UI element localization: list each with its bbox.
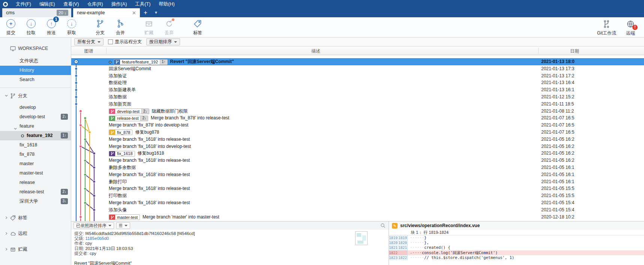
commit-row[interactable]: Merge branch 'fix_1618' into release-tes… (71, 171, 644, 178)
commit-message: Revert "回滚Server端Commit" (74, 260, 386, 265)
sidebar: WORKSPACE文件状态HistorySearch 分支developdeve… (0, 38, 71, 265)
sort-dropdown[interactable]: 按日期排序 (146, 38, 180, 45)
branch-label: develop-test 2↓ (109, 108, 149, 114)
commit-row[interactable]: fix_1618 修复bug16182021-01-05 16:2 (71, 150, 644, 157)
column-date[interactable]: 日期 (570, 48, 579, 54)
sidebar-section-branches[interactable]: 分支 (0, 91, 71, 101)
path-sort-dropdown[interactable]: 已依照路径排序 (74, 222, 114, 229)
sidebar-branch-release[interactable]: release (0, 178, 71, 187)
close-icon[interactable]: ✕ (131, 10, 137, 16)
file-list-toolbar: 已依照路径排序 ☰ (71, 221, 389, 230)
commit-row[interactable]: 添加数据2021-01-12 15:2 (71, 93, 644, 101)
globe-icon: ! (626, 19, 635, 29)
toolbar-tag-button[interactable]: 标签 (188, 18, 207, 37)
toolbar-pull-button[interactable]: ↓ 拉取 (22, 18, 41, 37)
sidebar-section-远程[interactable]: 远程 (0, 229, 71, 238)
path-sort-value: 已依照路径排序 (76, 223, 107, 229)
commit-row[interactable]: 添加头像2021-01-05 15:4 (71, 206, 644, 214)
sidebar-branch-fix_1618[interactable]: fix_1618 (0, 140, 71, 150)
repo-tab-bar: cms 20 ↓ new-example ✕ + ▼ (0, 8, 644, 17)
commit-row[interactable]: Merge branch 'fix_1618' into release-tes… (71, 185, 644, 192)
commit-row[interactable]: Merge branch 'fix_1618' into develop-tes… (71, 143, 644, 150)
tab-list-chevron-icon[interactable]: ▼ (151, 8, 161, 17)
parent-commit-link[interactable]: 1185e0b5d0 (85, 236, 109, 241)
sidebar-item-文件状态[interactable]: 文件状态 (0, 56, 71, 66)
commit-row[interactable]: 添加新建表单2021-01-13 16:1 (71, 86, 644, 93)
tab-new-example[interactable]: new-example ✕ (73, 8, 140, 17)
branch-count-badge: 2↓ (61, 189, 68, 195)
sidebar-section-贮藏[interactable]: 贮藏 (0, 244, 71, 254)
toolbar-merge-button[interactable]: 合并 (111, 18, 130, 37)
sidebar-branch-release-test[interactable]: release-test2↓ (0, 187, 71, 197)
sidebar-branch-master-test[interactable]: master-test (0, 169, 71, 178)
commit-message-cell: Revert "回滚Server端Commit" (170, 59, 234, 64)
sidebar-branch-fix_878[interactable]: fix_878 (0, 150, 71, 159)
commit-row[interactable]: 回滚Server端Commit2021-01-13 17:3 (71, 65, 644, 72)
tag-icon (193, 18, 202, 29)
toolbar-branch-button[interactable]: 分支 (91, 18, 110, 37)
commit-row[interactable]: 添加新页面2021-01-11 18:5 (71, 101, 644, 108)
menu-item[interactable]: 工具(T) (131, 2, 155, 7)
menu-item[interactable]: 文件(F) (12, 2, 35, 7)
title-bar: 文件(F)编辑(E)查看(V)仓库(R)操作(A)工具(T)帮助(H) (0, 0, 644, 8)
toolbar-discard-button[interactable]: 丢弃 (160, 18, 179, 37)
commit-row[interactable]: fix_878 修复bug8782021-01-07 16:5 (71, 129, 644, 136)
diff-code: ······created() { (408, 245, 644, 250)
commit-row[interactable]: develop-test 2↓ 隐藏数据部门权限2021-01-08 11:2 (71, 108, 644, 115)
toolbar-remote-button[interactable]: ! 远端 (621, 18, 640, 37)
menu-item[interactable]: 编辑(E) (35, 2, 59, 7)
toolbar-push-button[interactable]: ↑1 推送 (42, 18, 61, 37)
view-mode-dropdown[interactable]: ☰ (116, 222, 130, 229)
sidebar-section-workspace[interactable]: WORKSPACE (0, 44, 71, 53)
commit-row[interactable]: 数据处理2021-01-13 16:4 (71, 79, 644, 86)
toolbar-label: 获取 (67, 30, 76, 36)
branch-icon (109, 116, 115, 121)
commit-row[interactable]: 打印数据2021-01-05 15:5 (71, 192, 644, 199)
sidebar-item-history[interactable]: History (0, 66, 71, 75)
commit-row[interactable]: Merge branch 'fix_1618' into release-tes… (71, 199, 644, 206)
commit-row[interactable]: Merge branch 'fix_878' into develop-test… (71, 122, 644, 129)
commit-message-cell: 打印数据 (109, 193, 127, 198)
commit-row[interactable]: Merge branch 'fix_1618' into release-tes… (71, 136, 644, 143)
branch-filter-dropdown[interactable]: 所有分支 (74, 38, 104, 45)
search-icon[interactable] (380, 223, 386, 229)
menu-item[interactable]: 帮助(H) (155, 2, 179, 7)
sidebar-branch-develop[interactable]: develop (0, 103, 71, 112)
sidebar-branch-develop-test[interactable]: develop-test2↓ (0, 112, 71, 122)
menu-item[interactable]: 仓库(R) (83, 2, 107, 7)
toolbar-commit-button[interactable]: + 提交 (2, 18, 20, 37)
sidebar-item-search[interactable]: Search (0, 75, 71, 84)
show-remote-checkbox[interactable]: 显示远程分支 (108, 39, 142, 45)
new-line-number: 1819 (398, 235, 408, 240)
commit-row[interactable]: release-test 2↓ Merge branch 'fix_878' i… (71, 114, 644, 122)
branch-name: develop (20, 105, 36, 110)
commit-row[interactable]: 删除打印2021-01-05 16:1 (71, 178, 644, 185)
commit-row[interactable]: master-test Merge branch 'master' into m… (71, 214, 644, 221)
sidebar-branch-深圳大学[interactable]: 深圳大学3↓ (0, 197, 71, 206)
branch-icon (109, 214, 115, 220)
old-line-number: 1819 (389, 235, 398, 240)
sidebar-section-标签[interactable]: 标签 (0, 213, 71, 223)
tab-cms[interactable]: cms 20 ↓ (2, 8, 71, 17)
commit-row[interactable]: Merge branch 'fix_1618' into release-tes… (71, 157, 644, 164)
push-count-badge: 1 (53, 17, 59, 22)
new-tab-button[interactable]: + (140, 8, 151, 17)
toolbar-stash-button[interactable]: 贮藏 (140, 18, 158, 37)
sidebar-branch-feature[interactable]: feature (0, 122, 71, 131)
commit-detail-line: 父级: 1185e0b5d0 (74, 236, 386, 241)
toolbar-label: 合并 (116, 30, 125, 36)
sidebar-branch-master[interactable]: master (0, 159, 71, 169)
menu-item[interactable]: 查看(V) (59, 2, 83, 7)
commit-row[interactable]: feature/feature_192 1↑ Revert "回滚Server端… (71, 58, 644, 65)
sidebar-branch-feature_192[interactable]: feature_1921↑ (0, 131, 71, 140)
branch-label: release-test 2↓ (109, 116, 148, 121)
menu-item[interactable]: 操作(A) (107, 2, 131, 7)
toolbar-fetch-button[interactable]: ↓ 获取 (62, 18, 81, 37)
new-line-number: 1820 (398, 240, 408, 245)
toolbar-gitflow-button[interactable]: Git工作流 (596, 18, 618, 37)
branch-name: feature_192 (27, 133, 53, 138)
commit-row[interactable]: 删除多余数据2021-01-05 16:1 (71, 164, 644, 171)
commit-row[interactable]: 添加验证2021-01-13 17:2 (71, 72, 644, 80)
column-description[interactable]: 描述 (311, 48, 320, 54)
column-graph[interactable]: 图谱 (71, 48, 106, 54)
